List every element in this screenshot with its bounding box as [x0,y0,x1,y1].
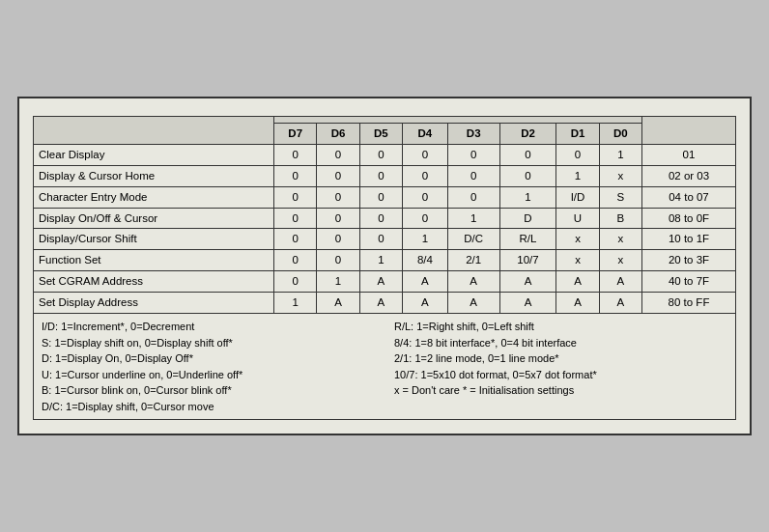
bit-header-d4: D4 [403,123,448,144]
bit-cell: 1 [556,165,599,186]
command-cell: Clear Display [34,144,274,165]
command-cell: Set CGRAM Address [34,271,274,293]
hex-cell: 02 or 03 [642,165,736,186]
bit-cell: 0 [556,144,599,165]
table-row: Clear Display0000000101 [34,144,736,165]
bit-cell: 0 [317,165,359,186]
note-item: I/D: 1=Increment*, 0=Decrement [42,319,375,335]
bit-cell: S [599,186,641,208]
bit-cell: 1 [499,186,556,208]
note-item: S: 1=Display shift on, 0=Display shift o… [42,335,375,351]
bit-cell: x [599,250,641,271]
command-cell: Function Set [34,250,274,271]
table-row: Display & Cursor Home0000001x02 or 03 [34,165,736,186]
note-item: B: 1=Cursor blink on, 0=Cursor blink off… [42,382,375,399]
bit-cell: 0 [317,229,359,250]
bit-cell: 1 [447,208,499,229]
bit-cell: 0 [359,186,402,208]
hex-header [642,116,736,144]
table-row: Character Entry Mode000001I/DS04 to 07 [34,186,736,208]
note-item: D: 1=Display On, 0=Display Off* [42,350,375,367]
bit-cell: 10/7 [499,250,556,271]
hex-cell: 01 [642,144,736,165]
bit-cell: A [447,293,499,314]
bit-cell: 0 [274,271,317,293]
bit-cell: 8/4 [403,250,448,271]
note-item: D/C: 1=Display shift, 0=Cursor move [42,399,375,415]
command-cell: Character Entry Mode [34,186,274,208]
bit-cell: 0 [317,144,359,165]
bit-cell: 0 [447,165,499,186]
bit-cell: 0 [274,165,317,186]
bit-cell: A [447,271,499,293]
notes-section: I/D: 1=Increment*, 0=DecrementS: 1=Displ… [33,314,736,420]
bit-cell: x [599,165,641,186]
bit-cell: 0 [274,250,317,271]
bit-cell: A [403,271,448,293]
command-cell: Set Display Address [34,293,274,314]
bit-cell: 0 [499,144,556,165]
bit-header-d0: D0 [599,123,641,144]
bit-cell: 1 [599,144,641,165]
note-item: 2/1: 1=2 line mode, 0=1 line mode* [394,350,727,367]
bit-cell: 0 [359,208,402,229]
bit-cell: A [499,271,556,293]
bit-cell: 0 [499,165,556,186]
table-body: Clear Display0000000101Display & Cursor … [34,144,736,314]
table-row: Set CGRAM Address01AAAAAA40 to 7F [34,271,736,293]
bit-header-d2: D2 [499,123,556,144]
bit-cell: 1 [359,250,402,271]
bit-cell: 0 [403,144,448,165]
bit-cell: x [556,250,599,271]
bit-cell: R/L [499,229,556,250]
bit-cell: A [403,293,448,314]
bit-cell: A [499,293,556,314]
bit-header-d6: D6 [317,123,359,144]
bit-cell: B [599,208,641,229]
bit-cell: A [317,293,359,314]
bit-cell: 1 [403,229,448,250]
note-item: R/L: 1=Right shift, 0=Left shift [394,319,727,335]
bit-cell: 0 [274,208,317,229]
bit-cell: 0 [359,165,402,186]
table-row: Display On/Off & Cursor00001DUB08 to 0F [34,208,736,229]
bit-header-d7: D7 [274,123,317,144]
notes-left-column: I/D: 1=Increment*, 0=DecrementS: 1=Displ… [42,319,375,414]
bit-cell: A [599,271,641,293]
bit-cell: 0 [274,229,317,250]
bit-cell: 0 [274,144,317,165]
hex-cell: 04 to 07 [642,186,736,208]
bit-cell: 2/1 [447,250,499,271]
note-item: x = Don't care * = Initialisation settin… [394,382,727,399]
bit-cell: 0 [403,208,448,229]
bit-cell: 0 [274,186,317,208]
note-item: 10/7: 1=5x10 dot format, 0=5x7 dot forma… [394,367,727,383]
bit-cell: 0 [359,229,402,250]
hex-cell: 80 to FF [642,293,736,314]
bit-cell: 0 [317,208,359,229]
command-header [34,116,274,144]
bit-cell: 0 [317,186,359,208]
bit-cell: A [599,293,641,314]
command-cell: Display On/Off & Cursor [34,208,274,229]
bit-cell: 1 [317,271,359,293]
bit-cell: 0 [317,250,359,271]
notes-right-column: R/L: 1=Right shift, 0=Left shift8/4: 1=8… [394,319,727,414]
table-row: Function Set0018/42/110/7xx20 to 3F [34,250,736,271]
binary-header [274,116,642,123]
bit-cell: D/C [447,229,499,250]
note-item: 8/4: 1=8 bit interface*, 0=4 bit interfa… [394,335,727,351]
bit-cell: U [556,208,599,229]
bit-cell: A [556,293,599,314]
command-cell: Display & Cursor Home [34,165,274,186]
table-row: Display/Cursor Shift0001D/CR/Lxx10 to 1F [34,229,736,250]
bit-cell: A [359,271,402,293]
bit-cell: A [556,271,599,293]
note-item: U: 1=Cursor underline on, 0=Underline of… [42,367,375,383]
hex-cell: 10 to 1F [642,229,736,250]
bit-header-d1: D1 [556,123,599,144]
table-row: Set Display Address1AAAAAAA80 to FF [34,293,736,314]
bit-cell: 0 [403,165,448,186]
bit-cell: x [599,229,641,250]
bit-cell: 0 [447,186,499,208]
